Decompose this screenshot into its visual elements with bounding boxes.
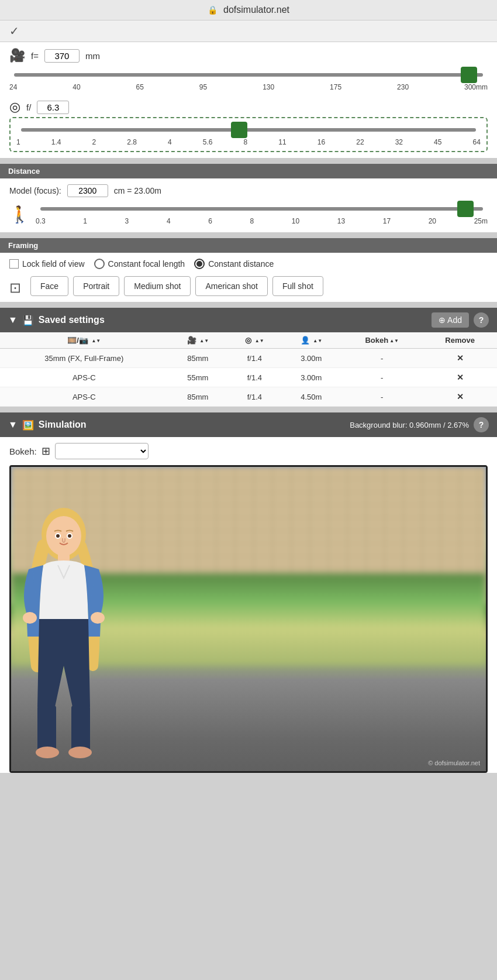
full-shot-button[interactable]: Full shot (272, 276, 323, 296)
aperture-slider-track-wrapper[interactable] (21, 123, 476, 137)
focal-label: f= (31, 51, 39, 61)
remove-btn-2[interactable]: ✕ (457, 373, 464, 382)
distance-eq-label: cm = 23.00m (114, 186, 161, 195)
help-button[interactable]: ? (474, 312, 489, 328)
aperture-icon: ◎ (9, 99, 20, 115)
framing-options: Lock field of view Constant focal length… (9, 259, 488, 269)
bokeh-row: Bokeh: ⊞ (0, 437, 497, 465)
svg-point-8 (68, 747, 92, 758)
aperture-row: ◎ f/ (0, 97, 497, 117)
cell-bokeh-3: - (341, 387, 423, 407)
distance-slider-thumb[interactable] (457, 201, 474, 217)
distance-slider-container[interactable]: 0.3 1 3 4 6 8 10 13 17 20 25m (36, 202, 488, 226)
table-header-row: 🎞️/📷 ▲▼ 🎥 ▲▼ ◎ ▲▼ 👤 ▲▼ Bokeh▲▼ Remove (0, 332, 497, 349)
distance-section-header: Distance (0, 164, 497, 178)
cell-film-2: APS-C (0, 368, 168, 387)
focal-slider-track-wrapper[interactable] (14, 68, 483, 82)
sim-collapse-icon[interactable]: ▼ (8, 419, 18, 430)
bokeh-select[interactable] (55, 443, 149, 459)
cell-aperture-2: f/1.4 (227, 368, 281, 387)
remove-btn-1[interactable]: ✕ (457, 353, 464, 363)
svg-point-12 (68, 534, 71, 538)
distance-model-label: Model (focus): (9, 186, 61, 195)
cell-bokeh-1: - (341, 349, 423, 368)
sim-help-button[interactable]: ? (474, 417, 489, 432)
cell-remove-3[interactable]: ✕ (423, 387, 497, 407)
simulation-header: ▼ 🖼️ Simulation Background blur: 0.960mm… (0, 412, 497, 437)
cell-focal-1: 85mm (168, 349, 227, 368)
distance-slider-track-wrapper[interactable] (40, 202, 483, 216)
settings-table: 🎞️/📷 ▲▼ 🎥 ▲▼ ◎ ▲▼ 👤 ▲▼ Bokeh▲▼ Remove (0, 332, 497, 407)
simulation-image-container: © dofsimulator.net (9, 465, 488, 773)
focal-input[interactable] (44, 49, 80, 63)
table-row: APS-C 55mm f/1.4 3.00m - ✕ (0, 368, 497, 387)
chevron-area[interactable]: ✓ (0, 20, 497, 42)
collapse-button[interactable]: ✓ (9, 24, 19, 38)
constant-focal-radio[interactable]: Constant focal length (94, 259, 185, 269)
svg-point-7 (36, 747, 59, 758)
cell-remove-2[interactable]: ✕ (423, 368, 497, 387)
portrait-button[interactable]: Portrait (73, 276, 119, 296)
col-aperture[interactable]: ◎ ▲▼ (227, 332, 281, 349)
sim-title: Simulation (39, 419, 87, 430)
bokeh-label: Bokeh: (9, 446, 37, 456)
remove-btn-3[interactable]: ✕ (457, 392, 464, 401)
framing-content: Lock field of view Constant focal length… (0, 253, 497, 302)
url-display: dofsimulator.net (223, 5, 289, 15)
col-film[interactable]: 🎞️/📷 ▲▼ (0, 332, 168, 349)
svg-point-4 (91, 612, 105, 624)
svg-rect-5 (37, 706, 56, 752)
col-distance[interactable]: 👤 ▲▼ (281, 332, 341, 349)
table-row: APS-C 85mm f/1.4 4.50m - ✕ (0, 387, 497, 407)
cell-aperture-3: f/1.4 (227, 387, 281, 407)
focal-slider-thumb[interactable] (461, 67, 477, 83)
american-shot-button[interactable]: American shot (195, 276, 267, 296)
cell-focal-3: 85mm (168, 387, 227, 407)
saved-save-icon: 💾 (22, 315, 34, 326)
aperture-slider-labels: 1 1.4 2 2.8 4 5.6 8 11 16 22 32 45 64 (16, 137, 481, 147)
crop-icon: ⊡ (9, 280, 21, 296)
aperture-slider-track (21, 128, 476, 132)
focal-slider-container: 24 40 65 95 130 175 230 300mm (0, 66, 497, 97)
distance-input-row: Model (focus): cm = 23.00m (9, 184, 488, 197)
radio-focal-circle[interactable] (94, 259, 105, 269)
face-button[interactable]: Face (30, 276, 68, 296)
lock-field-row[interactable]: Lock field of view (9, 259, 85, 269)
lock-checkbox[interactable] (9, 259, 19, 269)
cell-aperture-1: f/1.4 (227, 349, 281, 368)
cell-bokeh-2: - (341, 368, 423, 387)
watermark: © dofsimulator.net (428, 759, 480, 766)
svg-point-11 (56, 534, 60, 538)
lock-icon: 🔒 (208, 5, 218, 15)
aperture-slider-thumb[interactable] (231, 122, 247, 138)
distance-input[interactable] (67, 184, 108, 197)
saved-header-left: ▼ 💾 Saved settings (8, 315, 105, 326)
cell-film-1: 35mm (FX, Full-Frame) (0, 349, 168, 368)
bokeh-grid-icon: ⊞ (42, 445, 50, 458)
browser-bar: 🔒 dofsimulator.net (0, 0, 497, 20)
focal-length-row: 🎥 f= mm (0, 42, 497, 66)
framing-section-header: Framing (0, 238, 497, 253)
cell-distance-2: 3.00m (281, 368, 341, 387)
aperture-input[interactable] (37, 101, 69, 114)
focal-unit: mm (85, 51, 100, 61)
medium-shot-button[interactable]: Medium shot (124, 276, 191, 296)
radio-focal-label: Constant focal length (108, 259, 185, 269)
col-bokeh[interactable]: Bokeh▲▼ (341, 332, 423, 349)
cell-remove-1[interactable]: ✕ (423, 349, 497, 368)
main-content: 🎥 f= mm 24 40 65 95 130 175 230 300mm ◎ … (0, 42, 497, 773)
framing-icon-row: ⊡ Face Portrait Medium shot American sho… (9, 276, 488, 296)
radio-distance-circle[interactable] (194, 259, 205, 269)
svg-point-3 (23, 612, 37, 624)
svg-point-1 (46, 516, 81, 556)
add-button[interactable]: ⊕ Add (432, 312, 469, 328)
saved-collapse-icon[interactable]: ▼ (8, 315, 18, 325)
aperture-dashed-container: 1 1.4 2 2.8 4 5.6 8 11 16 22 32 45 64 (9, 117, 488, 152)
simulation-background: © dofsimulator.net (11, 467, 486, 771)
distance-slider-row: 🚶 0.3 1 3 4 6 8 10 13 17 20 25m (9, 202, 488, 226)
constant-distance-radio[interactable]: Constant distance (194, 259, 274, 269)
col-focal[interactable]: 🎥 ▲▼ (168, 332, 227, 349)
cell-distance-3: 4.50m (281, 387, 341, 407)
sim-image-icon: 🖼️ (22, 419, 34, 431)
cell-focal-2: 55mm (168, 368, 227, 387)
